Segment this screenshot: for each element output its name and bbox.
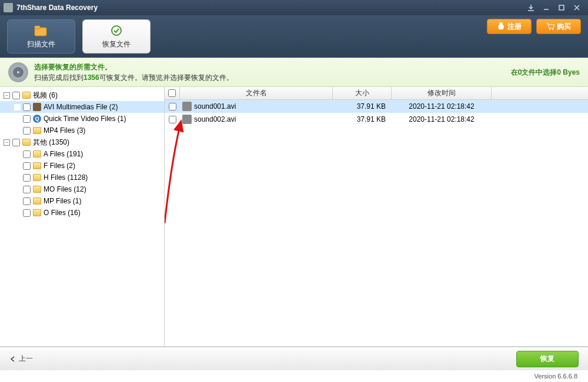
category-tree[interactable]: −视频 (6)AVI Multimedias File (2)QQuick Ti… [0, 87, 165, 346]
tree-item[interactable]: MP Files (1) [0, 195, 164, 207]
cart-icon [546, 22, 554, 31]
register-button[interactable]: 注册 [487, 19, 532, 34]
list-body[interactable]: sound001.avi37.91 KB2020-11-21 02:18:42s… [165, 100, 588, 346]
tree-item[interactable]: MO Files (12) [0, 183, 164, 195]
folder-search-icon [34, 24, 49, 37]
recover-button[interactable]: 恢复 [516, 351, 579, 367]
close-icon[interactable] [569, 2, 584, 13]
info-line1: 选择要恢复的所需文件。 [34, 62, 505, 72]
app-icon [4, 3, 13, 12]
arrow-left-icon [9, 356, 16, 363]
tab-scan[interactable]: 扫描文件 [7, 19, 75, 53]
info-line2: 扫描完成后找到1356可恢复文件。请预览并选择要恢复的文件。 [34, 72, 505, 83]
minimize-icon[interactable] [539, 2, 554, 13]
file-list-panel: 文件名 大小 修改时间 sound001.avi37.91 KB2020-11-… [165, 87, 588, 346]
file-row[interactable]: sound001.avi37.91 KB2020-11-21 02:18:42 [165, 100, 588, 113]
header-date[interactable]: 修改时间 [392, 87, 492, 99]
file-icon [182, 115, 192, 124]
file-row[interactable]: sound002.avi37.91 KB2020-11-21 02:18:42 [165, 113, 588, 126]
download-icon[interactable] [523, 2, 539, 13]
svg-point-4 [549, 29, 550, 30]
back-button[interactable]: 上一 [9, 354, 33, 364]
buy-button[interactable]: 购买 [536, 19, 581, 34]
tree-group[interactable]: −其他 (1350) [0, 136, 164, 148]
disk-icon [8, 62, 28, 82]
titlebar: 7thShare Data Recovery [0, 0, 588, 15]
tab-recover-label: 恢复文件 [102, 39, 131, 49]
svg-rect-0 [559, 5, 564, 10]
header-checkbox-col[interactable] [165, 87, 180, 99]
recover-button-label: 恢复 [540, 354, 554, 364]
tree-group[interactable]: −视频 (6) [0, 89, 164, 101]
svg-point-3 [112, 26, 121, 35]
basket-icon [497, 22, 505, 31]
svg-rect-2 [35, 26, 40, 29]
main-toolbar: 扫描文件 恢复文件 注册 购买 [0, 15, 588, 58]
list-header: 文件名 大小 修改时间 [165, 87, 588, 100]
tab-scan-label: 扫描文件 [27, 39, 55, 49]
tree-item[interactable]: AVI Multimedias File (2) [0, 101, 164, 113]
body-area: −视频 (6)AVI Multimedias File (2)QQuick Ti… [0, 87, 588, 347]
back-label: 上一 [19, 354, 33, 364]
svg-point-5 [552, 29, 553, 30]
recover-icon [109, 24, 124, 37]
tree-item[interactable]: A Files (191) [0, 148, 164, 160]
tree-item[interactable]: QQuick Time Video Files (1) [0, 113, 164, 125]
header-name[interactable]: 文件名 [180, 87, 333, 99]
tree-item[interactable]: MP4 Files (3) [0, 125, 164, 136]
buy-label: 购买 [557, 22, 571, 32]
file-icon [182, 102, 192, 111]
maximize-icon[interactable] [554, 2, 569, 13]
tree-item[interactable]: H Files (1128) [0, 172, 164, 183]
footer-bar: 上一 恢复 [0, 347, 588, 370]
app-title: 7thShare Data Recovery [16, 4, 523, 12]
annotation-arrow [165, 100, 341, 276]
tree-item[interactable]: O Files (16) [0, 207, 164, 219]
tab-recover[interactable]: 恢复文件 [82, 19, 151, 53]
selection-summary: 在0文件中选择0 Byes [511, 68, 580, 78]
info-strip: 选择要恢复的所需文件。 扫描完成后找到1356可恢复文件。请预览并选择要恢复的文… [0, 58, 588, 87]
svg-point-7 [17, 71, 19, 73]
register-label: 注册 [507, 22, 522, 32]
version-label: Version 6.6.6.8 [0, 370, 588, 382]
tree-item[interactable]: F Files (2) [0, 160, 164, 172]
header-size[interactable]: 大小 [333, 87, 392, 99]
